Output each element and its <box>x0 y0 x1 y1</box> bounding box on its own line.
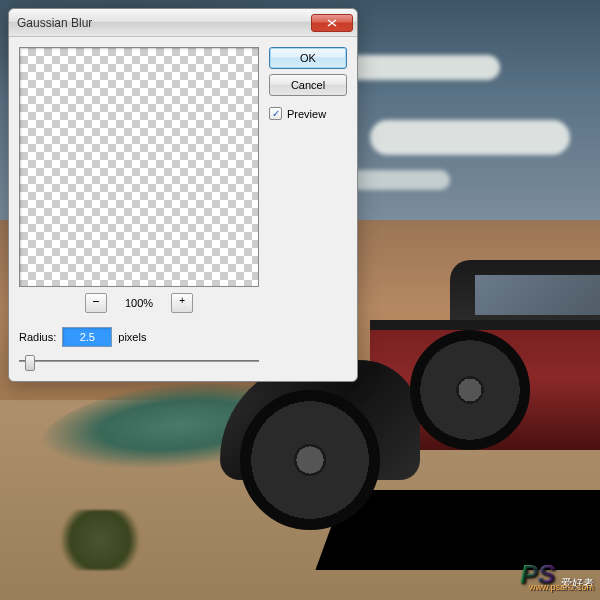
preview-checkbox[interactable]: ✓ <box>269 107 282 120</box>
radius-input[interactable] <box>62 327 112 347</box>
dialog-right-column: OK Cancel ✓ Preview <box>269 47 347 371</box>
gaussian-blur-dialog: Gaussian Blur – 100% + Radius: pixels <box>8 8 358 382</box>
cancel-button[interactable]: Cancel <box>269 74 347 96</box>
zoom-level-label: 100% <box>125 297 153 309</box>
slider-thumb[interactable] <box>25 355 35 371</box>
dialog-titlebar[interactable]: Gaussian Blur <box>9 9 357 37</box>
dialog-left-column: – 100% + Radius: pixels <box>19 47 259 371</box>
bush <box>60 510 140 570</box>
dialog-body: – 100% + Radius: pixels OK Cancel <box>9 37 357 381</box>
filter-preview-area[interactable] <box>19 47 259 287</box>
cancel-button-label: Cancel <box>291 79 325 91</box>
radius-row: Radius: pixels <box>19 327 259 347</box>
ok-button[interactable]: OK <box>269 47 347 69</box>
close-button[interactable] <box>311 14 353 32</box>
cloud <box>370 120 570 155</box>
radius-slider[interactable] <box>19 351 259 371</box>
zoom-controls: – 100% + <box>19 293 259 313</box>
watermark-url: www.psahz.com <box>529 582 594 592</box>
car-window <box>475 275 600 315</box>
close-icon <box>327 19 337 27</box>
dialog-title: Gaussian Blur <box>17 16 311 30</box>
radius-label: Radius: <box>19 331 56 343</box>
car-wheel-spare <box>410 330 530 450</box>
car-wheel-front <box>240 390 380 530</box>
ok-button-label: OK <box>300 52 316 64</box>
zoom-in-button[interactable]: + <box>171 293 193 313</box>
zoom-out-button[interactable]: – <box>85 293 107 313</box>
preview-checkbox-label: Preview <box>287 108 326 120</box>
cloud <box>340 55 500 80</box>
radius-unit-label: pixels <box>118 331 146 343</box>
watermark: PS 爱好者 www.psahz.com <box>520 559 594 590</box>
preview-checkbox-row: ✓ Preview <box>269 107 347 120</box>
slider-track-line <box>19 360 259 362</box>
